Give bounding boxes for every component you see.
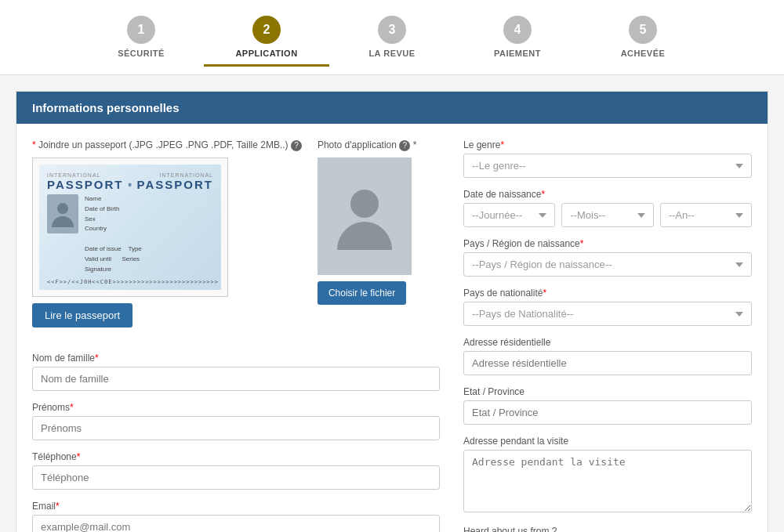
- pp-person-icon: [52, 201, 74, 227]
- date-row: --Journée-- --Mois-- --An--: [463, 203, 752, 227]
- prenoms-label: Prénoms*: [32, 402, 440, 413]
- nom-required-star: *: [95, 353, 99, 364]
- email-required-star: *: [56, 501, 60, 512]
- nom-input[interactable]: [32, 367, 440, 391]
- adresse-visite-textarea[interactable]: [463, 450, 752, 512]
- svg-point-0: [57, 203, 68, 214]
- step-circle-1: 1: [127, 16, 155, 44]
- photo-placeholder: [318, 157, 412, 275]
- passport-label: * Joindre un passeport (.JPG .JPEG .PNG …: [32, 139, 302, 151]
- genre-label: Le genre*: [463, 139, 752, 150]
- pp-intl-row: INTERNATIONAL INTERNATIONAL: [47, 172, 213, 178]
- step-underline-3: [329, 64, 455, 67]
- step-underline-4: [455, 64, 580, 67]
- genre-select[interactable]: --Le genre-- Masculin Féminin: [463, 154, 752, 178]
- pays-naissance-group: Pays / Région de naissance* --Pays / Rég…: [463, 238, 752, 277]
- dob-required-star: *: [541, 189, 545, 200]
- prenoms-required-star: *: [70, 402, 74, 413]
- prenoms-group: Prénoms*: [32, 402, 440, 440]
- step-application[interactable]: 2 APPLICATION: [204, 16, 329, 67]
- form-body: * Joindre un passeport (.JPG .JPEG .PNG …: [16, 124, 768, 532]
- genre-required-star: *: [500, 139, 504, 150]
- heard-label: Heard about us from ?: [463, 526, 752, 532]
- photo-info-icon[interactable]: ?: [399, 140, 410, 151]
- photo-section: Photo d'application ? * Choisir le fichi…: [318, 139, 416, 328]
- step-underline-1: [78, 64, 204, 67]
- telephone-group: Téléphone*: [32, 451, 440, 490]
- passport-section: * Joindre un passeport (.JPG .JPEG .PNG …: [32, 139, 302, 328]
- email-group: Email*: [32, 501, 440, 532]
- step-label-1: SÉCURITÉ: [118, 49, 165, 58]
- dob-group: Date de naissance* --Journée-- --Mois-- …: [463, 189, 752, 227]
- heard-group: Heard about us from ? - Entendre parler …: [463, 526, 752, 532]
- step-label-2: APPLICATION: [235, 49, 297, 58]
- read-passport-button[interactable]: Lire le passeport: [32, 303, 132, 328]
- dob-year-select[interactable]: --An--: [660, 203, 752, 227]
- adresse-res-label: Adresse résidentielle: [463, 337, 752, 348]
- adresse-res-input[interactable]: [463, 351, 752, 375]
- passport-image-container: INTERNATIONAL INTERNATIONAL PASSPORT PAS…: [32, 157, 228, 297]
- stepper: 1 SÉCURITÉ 2 APPLICATION 3 LA REVUE 4 PA…: [0, 0, 784, 75]
- step-circle-2: 2: [252, 16, 281, 44]
- adresse-res-group: Adresse résidentielle: [463, 337, 752, 375]
- telephone-input[interactable]: [32, 465, 440, 490]
- step-securite[interactable]: 1 SÉCURITÉ: [78, 16, 204, 67]
- step-underline-2: [204, 64, 329, 67]
- step-circle-4: 4: [503, 16, 532, 44]
- choose-file-button[interactable]: Choisir le fichier: [318, 281, 406, 305]
- step-underline-5: [580, 64, 706, 67]
- adresse-visite-group: Adresse pendant la visite: [463, 436, 752, 515]
- nom-label: Nom de famille*: [32, 353, 440, 364]
- step-acheveee[interactable]: 5 ACHEVÉE: [580, 16, 706, 67]
- passport-info-icon[interactable]: ?: [291, 140, 302, 151]
- passport-shield-icon: [128, 179, 132, 191]
- upload-row: * Joindre un passeport (.JPG .JPEG .PNG …: [32, 139, 440, 340]
- pays-naissance-select[interactable]: --Pays / Région de naissance--: [463, 252, 752, 277]
- etat-input[interactable]: [463, 400, 752, 425]
- dob-month-select[interactable]: --Mois--: [561, 203, 653, 227]
- telephone-required-star: *: [77, 451, 81, 462]
- step-paiement[interactable]: 4 PAIEMENT: [455, 16, 580, 67]
- passport-mock: INTERNATIONAL INTERNATIONAL PASSPORT PAS…: [39, 165, 221, 290]
- pp-fields: Name Date of Birth Sex Country Date of i…: [85, 194, 142, 274]
- photo-required-star: *: [413, 139, 417, 150]
- email-label: Email*: [32, 501, 440, 512]
- pp-photo: [47, 194, 78, 233]
- pp-title-row: PASSPORT PASSPORT: [47, 178, 213, 191]
- nationalite-group: Pays de nationalité* --Pays de Nationali…: [463, 288, 752, 326]
- pays-naissance-required-star: *: [580, 238, 584, 249]
- pp-body: Name Date of Birth Sex Country Date of i…: [47, 194, 213, 274]
- nationalite-required-star: *: [543, 288, 546, 299]
- prenoms-input[interactable]: [32, 416, 440, 440]
- step-circle-3: 3: [378, 16, 406, 44]
- nationalite-select[interactable]: --Pays de Nationalité--: [463, 302, 752, 326]
- dob-day-select[interactable]: --Journée--: [463, 203, 555, 227]
- pp-mrz-1: <<F>>/<<J0H<<C0E>>>>>>>>>>>>>>>>>>>>>>>>…: [47, 279, 213, 285]
- photo-person-icon: [337, 183, 392, 250]
- step-larevue[interactable]: 3 LA REVUE: [329, 16, 455, 67]
- telephone-label: Téléphone*: [32, 451, 440, 462]
- step-circle-5: 5: [629, 16, 657, 44]
- main-content: Informations personnelles * Joindre un p…: [16, 91, 768, 532]
- dob-label: Date de naissance*: [463, 189, 752, 200]
- svg-point-1: [350, 190, 379, 218]
- genre-group: Le genre* --Le genre-- Masculin Féminin: [463, 139, 752, 178]
- email-input[interactable]: [32, 515, 440, 532]
- nom-group: Nom de famille*: [32, 353, 440, 391]
- etat-label: Etat / Province: [463, 386, 752, 397]
- form-left: * Joindre un passeport (.JPG .JPEG .PNG …: [32, 139, 440, 532]
- adresse-visite-label: Adresse pendant la visite: [463, 436, 752, 447]
- form-right: Le genre* --Le genre-- Masculin Féminin …: [463, 139, 752, 532]
- etat-group: Etat / Province: [463, 386, 752, 425]
- photo-label: Photo d'application ? *: [318, 139, 416, 151]
- nationalite-label: Pays de nationalité*: [463, 288, 752, 299]
- section-header: Informations personnelles: [16, 92, 768, 124]
- passport-required-star: *: [32, 139, 36, 150]
- step-label-3: LA REVUE: [368, 49, 415, 58]
- step-label-4: PAIEMENT: [494, 49, 541, 58]
- pays-naissance-label: Pays / Région de naissance*: [463, 238, 752, 249]
- step-label-5: ACHEVÉE: [621, 49, 666, 58]
